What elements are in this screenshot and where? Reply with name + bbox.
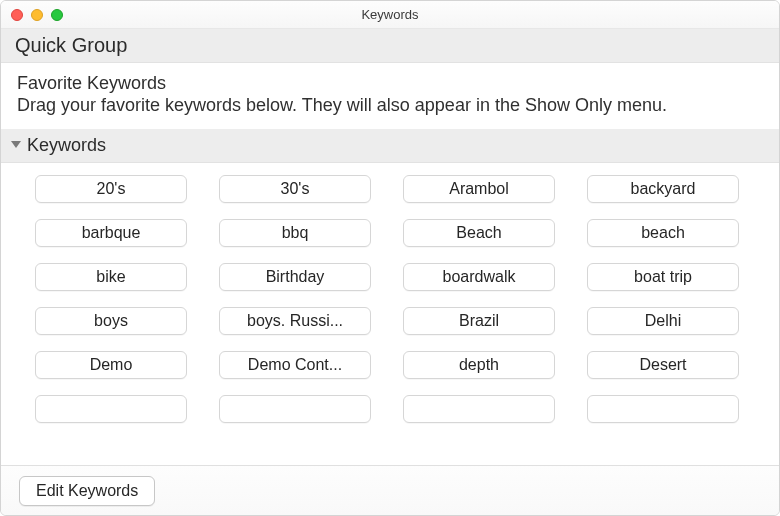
- section-keywords-header[interactable]: Keywords: [1, 129, 779, 163]
- edit-keywords-button[interactable]: Edit Keywords: [19, 476, 155, 506]
- keyword-pill[interactable]: backyard: [587, 175, 739, 203]
- keyword-pill[interactable]: bbq: [219, 219, 371, 247]
- keyword-pill[interactable]: [35, 395, 187, 423]
- keyword-pill[interactable]: boys. Russi...: [219, 307, 371, 335]
- window-close-button[interactable]: [11, 9, 23, 21]
- bottom-toolbar: Edit Keywords: [1, 465, 779, 515]
- keyword-grid: 20's30'sArambolbackyardbarbquebbqBeachbe…: [35, 175, 759, 423]
- keyword-pill[interactable]: 20's: [35, 175, 187, 203]
- keyword-pill[interactable]: Brazil: [403, 307, 555, 335]
- window-minimize-button[interactable]: [31, 9, 43, 21]
- keywords-section-label: Keywords: [27, 133, 106, 157]
- favorites-panel: Favorite Keywords Drag your favorite key…: [1, 63, 779, 129]
- keyword-pill[interactable]: Demo Cont...: [219, 351, 371, 379]
- window-zoom-button[interactable]: [51, 9, 63, 21]
- chevron-down-icon: [11, 141, 21, 148]
- quick-group-label: Quick Group: [15, 33, 127, 57]
- keyword-pill[interactable]: barbque: [35, 219, 187, 247]
- keyword-pill[interactable]: bike: [35, 263, 187, 291]
- keyword-pill[interactable]: Demo: [35, 351, 187, 379]
- keyword-pill[interactable]: Arambol: [403, 175, 555, 203]
- keyword-pill[interactable]: Desert: [587, 351, 739, 379]
- favorites-description: Drag your favorite keywords below. They …: [17, 94, 763, 117]
- keyword-pill[interactable]: Birthday: [219, 263, 371, 291]
- keyword-pill[interactable]: [403, 395, 555, 423]
- keyword-pill[interactable]: beach: [587, 219, 739, 247]
- keyword-pill[interactable]: depth: [403, 351, 555, 379]
- window-titlebar: Keywords: [1, 1, 779, 29]
- section-quick-group[interactable]: Quick Group: [1, 29, 779, 63]
- keyword-pill[interactable]: Beach: [403, 219, 555, 247]
- keyword-pill[interactable]: [587, 395, 739, 423]
- keyword-pill[interactable]: 30's: [219, 175, 371, 203]
- favorites-heading: Favorite Keywords: [17, 73, 763, 94]
- window-controls: [1, 9, 63, 21]
- keywords-scroll[interactable]: 20's30'sArambolbackyardbarbquebbqBeachbe…: [1, 163, 779, 466]
- keyword-pill[interactable]: boardwalk: [403, 263, 555, 291]
- keyword-pill[interactable]: boat trip: [587, 263, 739, 291]
- keyword-pill[interactable]: boys: [35, 307, 187, 335]
- keyword-pill[interactable]: Delhi: [587, 307, 739, 335]
- keyword-pill[interactable]: [219, 395, 371, 423]
- window-title: Keywords: [1, 7, 779, 22]
